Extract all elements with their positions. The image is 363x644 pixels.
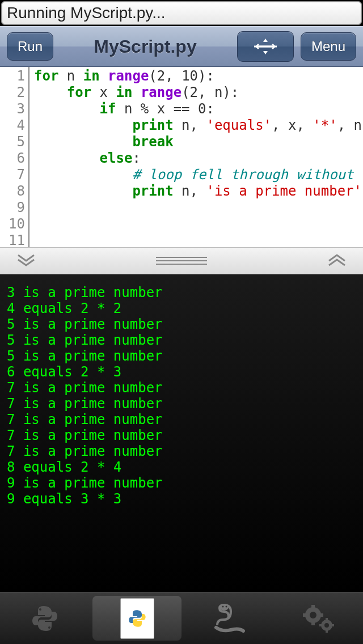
line-number: 1 — [0, 68, 25, 84]
toolbar: Run MyScript.py Menu — [0, 26, 363, 67]
svg-point-4 — [222, 605, 223, 607]
tab-bar — [0, 592, 363, 644]
code-editor[interactable]: 1234567891011 for n in range(2, 10): for… — [0, 67, 363, 247]
document-icon — [120, 598, 154, 639]
svg-point-13 — [324, 623, 329, 628]
svg-rect-10 — [303, 613, 307, 617]
line-number: 8 — [0, 183, 25, 200]
svg-point-5 — [225, 605, 227, 607]
snake-icon — [212, 603, 248, 634]
svg-rect-9 — [311, 621, 315, 625]
file-title: MyScript.py — [60, 36, 230, 57]
chevron-up-icon — [327, 253, 347, 269]
python-logo-icon — [28, 601, 62, 635]
line-number: 2 — [0, 84, 25, 101]
line-number: 5 — [0, 134, 25, 150]
code-content[interactable]: for n in range(2, 10): for x in range(2,… — [29, 67, 362, 247]
split-arrows-icon — [252, 36, 279, 57]
split-button[interactable] — [237, 31, 294, 62]
line-number: 7 — [0, 167, 25, 183]
line-number: 10 — [0, 216, 25, 232]
status-bar: Running MyScript.py... — [1, 1, 362, 25]
svg-rect-17 — [331, 624, 334, 626]
chevron-down-icon — [16, 253, 36, 269]
menu-button[interactable]: Menu — [301, 32, 356, 61]
tab-settings[interactable] — [274, 592, 363, 644]
console-output[interactable]: 3 is a prime number 4 equals 2 * 2 5 is … — [0, 274, 363, 592]
line-number: 9 — [0, 200, 25, 216]
svg-rect-11 — [319, 613, 323, 617]
line-number: 6 — [0, 150, 25, 167]
splitter-bar[interactable] — [0, 247, 363, 274]
gear-icon — [301, 603, 337, 634]
drag-handle-icon[interactable] — [156, 257, 207, 265]
svg-point-2 — [48, 626, 50, 629]
svg-rect-14 — [326, 618, 328, 621]
svg-rect-16 — [319, 624, 323, 626]
line-number: 4 — [0, 117, 25, 134]
run-button[interactable]: Run — [7, 32, 53, 61]
svg-rect-8 — [311, 605, 315, 609]
status-text: Running MyScript.py... — [7, 4, 166, 22]
line-number: 11 — [0, 232, 25, 247]
tab-shell[interactable] — [185, 592, 274, 644]
line-gutter: 1234567891011 — [0, 67, 29, 247]
svg-point-7 — [310, 612, 316, 618]
line-number: 3 — [0, 101, 25, 117]
svg-point-3 — [220, 604, 229, 611]
tab-editor[interactable] — [92, 596, 182, 641]
svg-point-1 — [39, 608, 41, 611]
svg-rect-15 — [326, 629, 328, 633]
tab-interpreter[interactable] — [0, 592, 89, 644]
